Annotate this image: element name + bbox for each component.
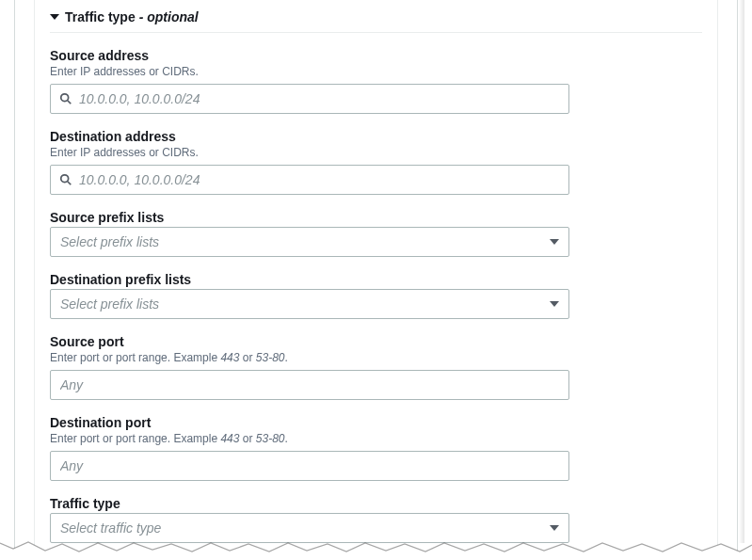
field-destination-address: Destination address Enter IP addresses o… (50, 129, 702, 195)
destination-prefix-lists-placeholder: Select prefix lists (60, 296, 159, 312)
destination-port-input-wrap[interactable] (50, 451, 569, 481)
traffic-type-placeholder: Select traffic type (60, 520, 161, 536)
source-address-input[interactable] (51, 85, 568, 113)
destination-address-hint: Enter IP addresses or CIDRs. (50, 146, 702, 159)
field-source-prefix-lists: Source prefix lists Select prefix lists (50, 210, 702, 257)
source-port-input[interactable] (51, 371, 568, 399)
field-destination-port: Destination port Enter port or port rang… (50, 415, 702, 481)
section-title: Traffic type (65, 9, 136, 24)
hint-example-2: 53-80 (256, 351, 285, 364)
source-address-label: Source address (50, 48, 702, 63)
destination-port-label: Destination port (50, 415, 702, 430)
destination-address-input[interactable] (51, 166, 568, 194)
hint-text: Enter port or port range. Example (50, 351, 220, 364)
caret-down-icon (50, 14, 59, 20)
section-header[interactable]: Traffic type - optional (50, 9, 702, 33)
source-port-label: Source port (50, 334, 702, 349)
hint-text: Enter port or port range. Example (50, 432, 220, 445)
destination-prefix-lists-label: Destination prefix lists (50, 272, 702, 287)
hint-or: or (239, 432, 255, 445)
destination-prefix-lists-select[interactable]: Select prefix lists (50, 289, 569, 319)
field-destination-prefix-lists: Destination prefix lists Select prefix l… (50, 272, 702, 319)
field-source-port: Source port Enter port or port range. Ex… (50, 334, 702, 400)
hint-or: or (239, 351, 255, 364)
shadow-right (739, 0, 744, 543)
source-port-hint: Enter port or port range. Example 443 or… (50, 351, 702, 364)
hint-example-2: 53-80 (256, 432, 285, 445)
form-panel: Traffic type - optional Source address E… (34, 0, 718, 560)
field-source-address: Source address Enter IP addresses or CID… (50, 48, 702, 114)
source-prefix-lists-label: Source prefix lists (50, 210, 702, 225)
destination-port-hint: Enter port or port range. Example 443 or… (50, 432, 702, 445)
traffic-type-label: Traffic type (50, 496, 702, 511)
chevron-down-icon (550, 239, 559, 245)
destination-address-label: Destination address (50, 129, 702, 144)
source-prefix-lists-placeholder: Select prefix lists (60, 234, 159, 249)
source-address-hint: Enter IP addresses or CIDRs. (50, 65, 702, 78)
destination-address-input-wrap[interactable] (50, 165, 569, 195)
field-traffic-type: Traffic type Select traffic type (50, 496, 702, 543)
outer-frame: Traffic type - optional Source address E… (14, 0, 738, 560)
chevron-down-icon (550, 525, 559, 531)
source-address-input-wrap[interactable] (50, 84, 569, 114)
source-prefix-lists-select[interactable]: Select prefix lists (50, 227, 569, 257)
destination-port-input[interactable] (51, 452, 568, 480)
hint-example-1: 443 (220, 351, 239, 364)
section-optional-suffix: - optional (139, 9, 199, 24)
traffic-type-select[interactable]: Select traffic type (50, 513, 569, 543)
hint-example-1: 443 (220, 432, 239, 445)
hint-suffix: . (285, 351, 288, 364)
source-port-input-wrap[interactable] (50, 370, 569, 400)
chevron-down-icon (550, 301, 559, 307)
hint-suffix: . (285, 432, 288, 445)
